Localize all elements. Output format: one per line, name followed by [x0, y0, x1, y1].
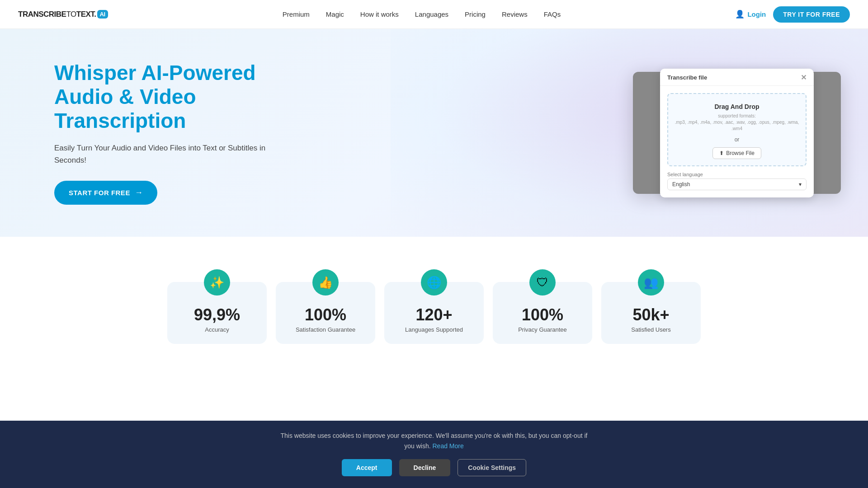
accuracy-number: 99,9% — [194, 305, 240, 324]
browse-label: Browse File — [726, 150, 755, 156]
logo[interactable]: TRANSCRIBE TO TEXT. AI — [18, 10, 108, 19]
languages-number: 120+ — [415, 305, 452, 324]
hero-content: Whisper AI-Powered Audio & Video Transcr… — [54, 61, 289, 205]
languages-icon-wrap: 🌐 — [421, 269, 447, 296]
users-number: 50k+ — [632, 305, 669, 324]
dropzone-title: Drag And Drop — [674, 103, 800, 110]
logo-ai-badge: AI — [97, 10, 108, 19]
privacy-number: 100% — [522, 305, 563, 324]
login-label: Login — [747, 10, 766, 18]
nav-links: Premium Magic How it works Languages Pri… — [283, 10, 561, 18]
dialog-header: Transcribe file ✕ — [660, 69, 814, 86]
stats-wrapper: ✨ 99,9% Accuracy 👍 100% Satisfaction Gua… — [36, 264, 832, 344]
shield-icon: 🛡 — [537, 276, 548, 290]
logo-text-part1: TRANSCRIBE — [18, 10, 66, 19]
logo-text-part3: TEXT. — [76, 10, 96, 19]
language-select-area: Select language English ▾ — [667, 172, 807, 190]
users-label: Satisfied Users — [631, 326, 670, 333]
start-for-free-button[interactable]: START FOR FREE → — [54, 181, 157, 205]
dialog-body: Drag And Drop supported formats: .mp3, .… — [660, 86, 814, 197]
hero-mockup: Transcribe file ✕ Drag And Drop supporte… — [633, 72, 841, 194]
dialog-title: Transcribe file — [667, 74, 707, 81]
nav-how-it-works[interactable]: How it works — [360, 10, 399, 18]
privacy-label: Privacy Guarantee — [518, 326, 567, 333]
users-icon: 👥 — [644, 276, 658, 290]
stats-section: ✨ 99,9% Accuracy 👍 100% Satisfaction Gua… — [0, 237, 868, 375]
try-free-button[interactable]: TRY IT FOR FREE — [773, 6, 850, 23]
accuracy-label: Accuracy — [205, 326, 229, 333]
hero-subtitle: Easily Turn Your Audio and Video Files i… — [54, 142, 289, 166]
stat-languages: 🌐 120+ Languages Supported — [384, 282, 484, 344]
nav-reviews[interactable]: Reviews — [502, 10, 528, 18]
close-icon[interactable]: ✕ — [801, 73, 807, 82]
browse-file-button[interactable]: ⬆ Browse File — [712, 147, 761, 159]
dropzone[interactable]: Drag And Drop supported formats: .mp3, .… — [667, 93, 807, 166]
chevron-down-icon: ▾ — [799, 181, 802, 188]
nav-magic[interactable]: Magic — [326, 10, 344, 18]
stat-accuracy: ✨ 99,9% Accuracy — [167, 282, 267, 344]
stats-grid: ✨ 99,9% Accuracy 👍 100% Satisfaction Gua… — [36, 282, 832, 344]
nav-faqs[interactable]: FAQs — [544, 10, 561, 18]
stat-privacy: 🛡 100% Privacy Guarantee — [493, 282, 592, 344]
formats-list: .mp3, .mp4, .m4a, .mov, .aac, .wav, .ogg… — [675, 120, 799, 131]
start-btn-label: START FOR FREE — [69, 189, 130, 197]
nav-languages[interactable]: Languages — [415, 10, 448, 18]
user-icon: 👤 — [735, 9, 745, 19]
accuracy-icon-wrap: ✨ — [204, 269, 230, 296]
languages-label: Languages Supported — [405, 326, 463, 333]
selected-language: English — [672, 181, 690, 188]
satisfaction-number: 100% — [305, 305, 346, 324]
stat-satisfaction: 👍 100% Satisfaction Guarantee — [276, 282, 375, 344]
lang-label: Select language — [667, 172, 807, 177]
dropzone-formats: supported formats: .mp3, .mp4, .m4a, .mo… — [674, 113, 800, 132]
hero-section: Whisper AI-Powered Audio & Video Transcr… — [0, 29, 868, 237]
supported-label: supported formats: — [718, 113, 755, 118]
navbar-actions: 👤 Login TRY IT FOR FREE — [735, 6, 850, 23]
mockup-outer: Transcribe file ✕ Drag And Drop supporte… — [633, 72, 841, 194]
or-divider: or — [674, 136, 800, 143]
accuracy-icon: ✨ — [210, 276, 224, 290]
nav-pricing[interactable]: Pricing — [465, 10, 486, 18]
navbar: TRANSCRIBE TO TEXT. AI Premium Magic How… — [0, 0, 868, 29]
hero-title: Whisper AI-Powered Audio & Video Transcr… — [54, 61, 289, 133]
upload-icon: ⬆ — [719, 150, 724, 156]
satisfaction-icon-wrap: 👍 — [312, 269, 339, 296]
logo-text-part2: TO — [66, 10, 76, 19]
transcribe-dialog: Transcribe file ✕ Drag And Drop supporte… — [660, 69, 814, 197]
stat-users: 👥 50k+ Satisfied Users — [601, 282, 701, 344]
arrow-icon: → — [135, 188, 143, 197]
thumbs-up-icon: 👍 — [318, 276, 333, 290]
language-select[interactable]: English ▾ — [667, 178, 807, 190]
nav-premium[interactable]: Premium — [283, 10, 310, 18]
login-button[interactable]: 👤 Login — [735, 9, 766, 19]
satisfaction-label: Satisfaction Guarantee — [296, 326, 355, 333]
users-icon-wrap: 👥 — [638, 269, 664, 296]
privacy-icon-wrap: 🛡 — [529, 269, 556, 296]
globe-icon: 🌐 — [427, 276, 441, 290]
